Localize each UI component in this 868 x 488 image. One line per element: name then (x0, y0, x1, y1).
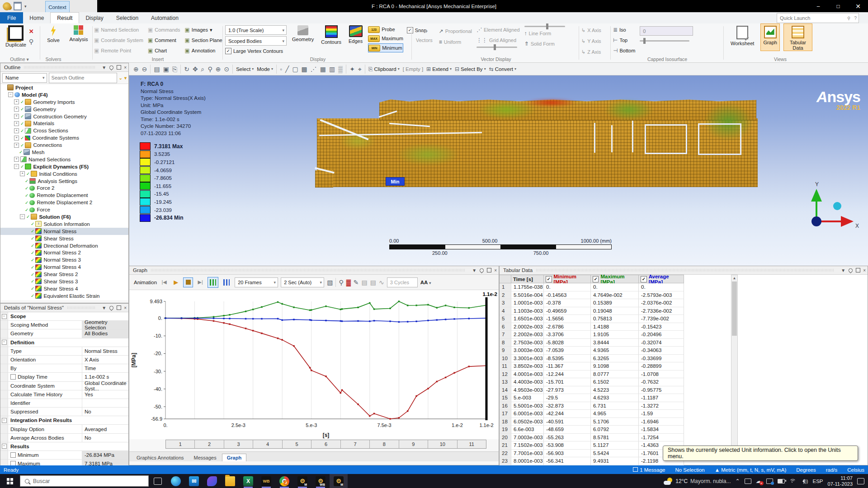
tree-expander-icon[interactable]: + (14, 114, 19, 119)
load-step-9[interactable]: 9 (399, 440, 428, 448)
data-cell[interactable]: 0.75813 (591, 315, 639, 323)
chart-button[interactable]: ▣Chart (148, 47, 180, 55)
tree-item-remote-displacement[interactable]: ✓Remote Displacement (0, 192, 128, 199)
load-step-4[interactable]: 4 (253, 440, 282, 448)
brush-icon[interactable]: ✎ (354, 279, 359, 286)
data-cell[interactable]: 4.965 (591, 410, 639, 418)
time-steps-toggle[interactable] (221, 277, 232, 288)
table-row[interactable]: 25.5016e-004-0.145634.7649e-002-2.5793e-… (500, 291, 744, 300)
column-header-time-s[interactable]: Time [s] (511, 275, 544, 283)
help-icon[interactable]: ? (854, 16, 857, 21)
row-number-cell[interactable]: 20 (500, 434, 511, 442)
data-cell[interactable]: -42.244 (544, 410, 591, 418)
row-number-cell[interactable]: 18 (500, 418, 511, 426)
tabular-scrollbar[interactable]: ▲ ▼ (731, 275, 738, 460)
orientation-triad[interactable]: Y X (803, 180, 862, 232)
details-value[interactable]: 7.3181 MPa (82, 460, 128, 466)
data-cell[interactable]: 9.1098 (591, 362, 639, 371)
table-row[interactable]: 207.0003e-003-55.2638.5781-1.7254 (500, 434, 744, 442)
tree-item-equivalent-elastic-strain[interactable]: ✓Equivalent Elastic Strain (0, 292, 128, 300)
aa-button[interactable]: AA ▾ (420, 280, 431, 285)
data-cell[interactable]: 4.4003e-003 (511, 378, 544, 386)
task-view-taskbar-button[interactable] (149, 474, 167, 488)
large-vertex-contours-checkbox[interactable]: ✓Large Vertex Contours (225, 47, 287, 55)
data-cell[interactable]: 8.0001e-003 (511, 457, 544, 465)
data-cell[interactable]: -0.95775 (639, 386, 684, 394)
row-number-cell[interactable]: 13 (500, 378, 511, 386)
select-vertex-icon[interactable]: ◦ (280, 66, 282, 72)
find-icon[interactable]: ⚲ (29, 38, 34, 45)
geometry-viewport[interactable]: F: RCA 0Normal StressType: Normal Stress… (129, 75, 868, 266)
tree-item-solution-information[interactable]: ✓iSolution Information (0, 221, 128, 228)
data-cell[interactable]: 1.4188 (591, 323, 639, 331)
tree-item-project[interactable]: Project (0, 84, 128, 91)
data-cell[interactable]: -1.7254 (639, 434, 684, 442)
taskbar-clock[interactable]: 11:07 07-11-2023 (828, 475, 853, 487)
grid-aligned-button[interactable]: ⋮⋮Grid Aligned (476, 36, 520, 44)
quick-launch-search-icon[interactable]: ⚲ (847, 16, 850, 21)
data-cell[interactable]: -1.5656 (544, 315, 591, 323)
data-cell[interactable]: -0.34063 (639, 347, 684, 355)
mech-app-taskbar-button-3[interactable]: ⚙M (330, 474, 348, 488)
details-row-maximum[interactable]: Maximum7.3181 MPa (0, 460, 128, 466)
data-cell[interactable]: 3.8502e-003 (511, 362, 544, 371)
graph-panel-titlebar[interactable]: Graph ▼ × (129, 266, 499, 275)
data-cell[interactable]: 9.4931 (591, 457, 639, 465)
row-number-cell[interactable]: 5 (500, 315, 511, 323)
data-cell[interactable]: 4.9365 (591, 347, 639, 355)
data-cell[interactable]: -5.8028 (544, 339, 591, 347)
close-button[interactable]: ✕ (848, 0, 868, 12)
iso-slider[interactable] (640, 40, 689, 42)
column-header-row-number[interactable] (500, 275, 511, 283)
column-header-maximum-mpa[interactable]: ✓Maximum [MPa] (591, 275, 639, 283)
tab-file[interactable]: File (0, 12, 23, 23)
tree-item-connections[interactable]: +✓Connections (0, 141, 128, 149)
select-dropdown[interactable]: Select▾ (236, 66, 254, 72)
details-row-integration-point-results[interactable]: −Integration Point Results (0, 416, 128, 425)
tab-selection[interactable]: Selection (110, 12, 145, 23)
tree-item-force-2[interactable]: ✓Force 2 (0, 184, 128, 192)
stress-time-chart[interactable]: 9.4930.-10.-20.-30.-40.-50.-56.90.2.5e-3… (129, 290, 499, 439)
quick-launch-input[interactable] (777, 15, 845, 21)
remote-point-button[interactable]: ▣Remote Point (94, 47, 143, 55)
tree-item-shear-stress[interactable]: ✓Shear Stress (0, 235, 128, 242)
details-row-type[interactable]: TypeNormal Stress (0, 347, 128, 356)
data-cell[interactable]: -0.28899 (639, 362, 684, 371)
details-row-results[interactable]: −Results (0, 442, 128, 451)
tree-item-shear-stress-4[interactable]: ✓Shear Stress 4 (0, 285, 128, 292)
data-cell[interactable]: 0. (591, 283, 639, 291)
select-body-icon[interactable]: ▩ (302, 66, 307, 72)
details-row-orientation[interactable]: OrientationX Axis (0, 356, 128, 364)
data-cell[interactable]: -27.973 (544, 386, 591, 394)
table-row[interactable]: 31.0001e-003-0.3780.15389-2.0376e-002 (500, 299, 744, 307)
tree-item-geometry-imports[interactable]: +✓Geometry Imports (0, 99, 128, 106)
solid-form-button[interactable]: ⇑Solid Form (524, 40, 565, 48)
rotate-icon[interactable]: ↻ (184, 66, 189, 72)
table-row[interactable]: 186.0502e-003-40.5915.1706-1.6946 (500, 418, 744, 426)
table-row[interactable]: 82.7503e-003-5.80283.8444-0.32074 (500, 339, 744, 347)
details-row-average-across-bodies[interactable]: Average Across BodiesNo (0, 434, 128, 442)
data-cell[interactable]: -53.908 (544, 441, 591, 450)
data-cell[interactable]: 5.e-003 (511, 394, 544, 402)
frames-dropdown[interactable]: 20 Frames▾ (235, 277, 278, 287)
extend-dropdown[interactable]: ⊞Extend▾ (426, 66, 452, 72)
table-row[interactable]: 176.0001e-003-42.2444.965-1.59 (500, 410, 744, 418)
select-face-icon[interactable]: ▢ (292, 66, 298, 72)
tree-item-named-selections[interactable]: +Named Selections (0, 156, 128, 163)
mode-dropdown[interactable]: Mode▾ (257, 66, 273, 72)
data-cell[interactable]: 2.7503e-003 (511, 339, 544, 347)
name-filter-dropdown[interactable]: Name▾ (2, 73, 47, 83)
details-value[interactable] (82, 399, 128, 407)
data-cell[interactable]: 7.1502e-003 (511, 441, 544, 450)
file-explorer-taskbar-button[interactable] (221, 474, 239, 488)
details-value[interactable]: No (82, 408, 128, 416)
tree-expander-icon[interactable]: + (14, 157, 19, 162)
data-cell[interactable]: 3.0003e-003 (511, 347, 544, 355)
start-button[interactable] (0, 474, 20, 488)
load-step-strip[interactable]: 1234567891011 (165, 440, 486, 449)
data-cell[interactable]: 5.1706 (591, 418, 639, 426)
table-row[interactable]: 144.9503e-003-27.9734.5223-0.95775 (500, 386, 744, 394)
tab-result[interactable]: Result (50, 12, 79, 23)
tree-options-icon[interactable]: ▾ (124, 75, 127, 80)
tree-item-coordinate-systems[interactable]: +✓Coordinate Systems (0, 134, 128, 141)
